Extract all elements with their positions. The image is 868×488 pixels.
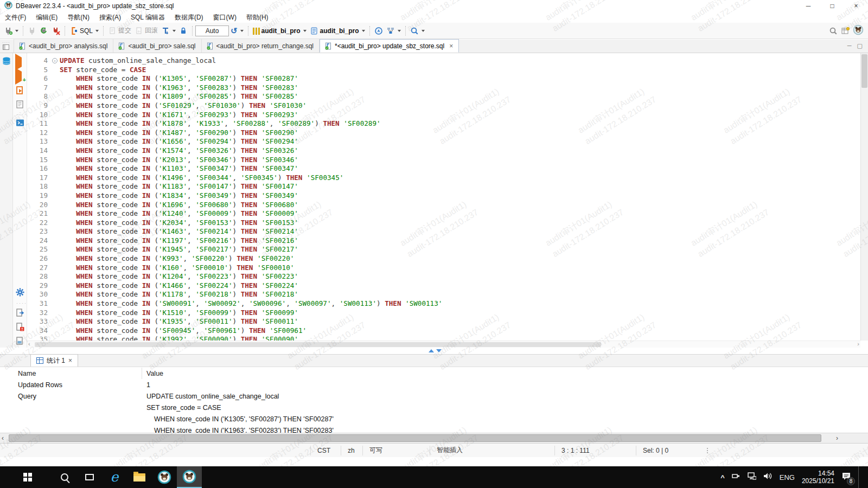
scroll-right-icon[interactable]: ›	[836, 434, 838, 442]
start-button[interactable]	[15, 466, 40, 488]
file-output-icon[interactable]	[15, 336, 25, 346]
code-line[interactable]: 33 WHEN store_code IN ('K1935', 'SF00011…	[27, 317, 860, 326]
code-editor[interactable]: 4-UPDATE custom_online_sale_change_local…	[27, 53, 860, 341]
editor-results-sash[interactable]	[0, 348, 868, 354]
fold-gutter[interactable]: -	[52, 56, 60, 66]
taskbar-ie-button[interactable]: e	[102, 466, 127, 488]
code-line[interactable]: 26 WHEN store_code IN ('K993', 'SF00220'…	[27, 254, 860, 264]
editor-horizontal-scrollbar[interactable]: ‹ ›	[27, 341, 860, 348]
code-line[interactable]: 10 WHEN store_code IN ('K1671', 'SF00293…	[27, 111, 860, 120]
editor-tab[interactable]: <audit_bi_pro> analysis.sql	[14, 39, 113, 53]
tab-close-icon[interactable]: ×	[449, 42, 453, 50]
column-header-name[interactable]: Name	[0, 368, 142, 379]
rollback-button[interactable]: 回滚	[133, 24, 159, 37]
sql-search-button[interactable]	[409, 24, 426, 37]
code-line[interactable]: 12 WHEN store_code IN ('K1487', 'SF00290…	[27, 129, 860, 138]
terminal-button[interactable]	[15, 118, 25, 128]
tab-close-icon[interactable]: ×	[68, 357, 72, 364]
stats-row[interactable]: WHEN store_code IN ('K1305', 'SF00287') …	[0, 413, 868, 425]
menu-item[interactable]: 文件(F)	[0, 12, 31, 23]
stats-row[interactable]: QueryUPDATE custom_online_sale_change_lo…	[0, 390, 868, 402]
code-line[interactable]: 5SET store_code = CASE	[27, 66, 860, 75]
menu-item[interactable]: 导航(N)	[62, 12, 94, 23]
scrollbar-thumb[interactable]	[9, 434, 821, 442]
editor-tab[interactable]: *<audit_bi_pro> update_sbz_store.sql×	[320, 39, 459, 53]
settings-gear-icon[interactable]	[15, 287, 25, 297]
close-button[interactable]: ×	[844, 0, 868, 12]
maximize-button[interactable]: □	[820, 0, 844, 12]
stats-row[interactable]: Updated Rows1	[0, 379, 868, 390]
code-line[interactable]: 11 WHEN store_code IN ('K1878', 'K1933',…	[27, 119, 860, 129]
scrollbar-thumb[interactable]	[35, 342, 601, 347]
code-line[interactable]: 30 WHEN store_code IN ('K1178', 'SF00218…	[27, 290, 860, 299]
speaker-icon[interactable]	[763, 472, 773, 482]
disconnect-button[interactable]	[26, 24, 38, 37]
perspective-dbeaver-icon[interactable]	[853, 24, 864, 37]
schema-selector[interactable]: audit_bi_pro	[308, 24, 367, 37]
editor-vertical-scrollbar[interactable]	[860, 53, 868, 341]
code-line[interactable]: 9 WHEN store_code IN ('SF01029', 'SF0103…	[27, 101, 860, 111]
code-line[interactable]: 32 WHEN store_code IN ('K1510', 'SF00099…	[27, 309, 860, 318]
maximize-editor-icon[interactable]: ▢	[857, 42, 863, 49]
restore-panel-icon[interactable]	[3, 44, 9, 50]
reconnect-button[interactable]	[38, 24, 50, 37]
code-line[interactable]: 8 WHEN store_code IN ('K1809', 'SF00285'…	[27, 92, 860, 101]
code-line[interactable]: 15 WHEN store_code IN ('K2013', 'SF00346…	[27, 156, 860, 165]
code-line[interactable]: 7 WHEN store_code IN ('K1963', 'SF00283'…	[27, 84, 860, 93]
code-line[interactable]: 19 WHEN store_code IN ('K1834', 'SF00349…	[27, 191, 860, 201]
menu-item[interactable]: 窗口(W)	[208, 12, 241, 23]
tray-expand-icon[interactable]: ^	[720, 473, 725, 481]
code-line[interactable]: 29 WHEN store_code IN ('K1466', 'SF00224…	[27, 281, 860, 291]
editor-tab[interactable]: <audit_bi_pro> sale.sql	[113, 39, 201, 53]
menu-item[interactable]: 数据库(D)	[170, 12, 208, 23]
scroll-left-icon[interactable]: ‹	[28, 341, 30, 347]
transaction-log-button[interactable]	[159, 24, 177, 37]
stats-row[interactable]: WHEN store_code IN ('K1963', 'SF00283') …	[0, 425, 868, 433]
code-line[interactable]: 18 WHEN store_code IN ('K1183', 'SF00147…	[27, 182, 860, 191]
execute-script-button[interactable]	[15, 86, 25, 95]
code-line[interactable]: 13 WHEN store_code IN ('K1656', 'SF00294…	[27, 137, 860, 146]
network-icon[interactable]	[748, 472, 756, 482]
file-error-icon[interactable]	[15, 322, 25, 332]
notification-center-button[interactable]: 8	[841, 472, 851, 483]
minimize-editor-icon[interactable]: ─	[847, 42, 852, 49]
lock-button[interactable]	[177, 24, 189, 37]
code-line[interactable]: 20 WHEN store_code IN ('K1696', 'SF00680…	[27, 201, 860, 210]
taskbar-explorer-button[interactable]	[127, 466, 152, 488]
taskbar-dbeaver-active-button[interactable]	[177, 466, 202, 488]
execute-new-tab-button[interactable]: +	[15, 72, 25, 81]
disconnect-all-button[interactable]	[50, 24, 62, 37]
code-line[interactable]: 23 WHEN store_code IN ('K1463', 'SF00214…	[27, 227, 860, 236]
execute-statement-button[interactable]	[15, 57, 25, 67]
explain-plan-button[interactable]	[15, 100, 25, 110]
scroll-right-icon[interactable]: ›	[857, 341, 859, 347]
code-line[interactable]: 14 WHEN store_code IN ('K1574', 'SF00326…	[27, 146, 860, 156]
open-view-icon[interactable]	[841, 27, 850, 35]
status-menu-icon[interactable]	[702, 448, 713, 453]
column-header-value[interactable]: Value	[142, 370, 163, 377]
code-line[interactable]: 25 WHEN store_code IN ('K1945', 'SF00217…	[27, 245, 860, 254]
menu-item[interactable]: 帮助(H)	[241, 12, 273, 23]
taskbar-dbeaver-button[interactable]	[152, 466, 177, 488]
menu-item[interactable]: 编辑(E)	[31, 12, 62, 23]
connect-button[interactable]	[2, 24, 20, 37]
sash-up-icon[interactable]	[429, 349, 434, 352]
code-line[interactable]: 4-UPDATE custom_online_sale_change_local	[27, 56, 860, 66]
task-view-button[interactable]	[77, 466, 102, 488]
code-line[interactable]: 35 WHEN store_code IN ('K1992', 'SF00090…	[27, 335, 860, 341]
navigate-button[interactable]	[373, 24, 385, 37]
scroll-left-icon[interactable]: ‹	[2, 434, 4, 442]
connection-selector[interactable]: audit_bi_pro	[251, 24, 308, 37]
code-line[interactable]: 27 WHEN store_code IN ('K160', 'SF00010'…	[27, 264, 860, 273]
menu-item[interactable]: 搜索(A)	[94, 12, 126, 23]
commit-mode-select[interactable]: Auto	[195, 25, 229, 36]
editor-tab[interactable]: <audit_bi_pro> return_change.sql	[202, 39, 320, 53]
scrollbar-thumb[interactable]	[861, 54, 867, 88]
code-line[interactable]: 17 WHEN store_code IN ('K1496', 'SF00344…	[27, 174, 860, 183]
commit-button[interactable]: 提交	[106, 24, 133, 37]
taskbar-search-button[interactable]	[52, 466, 77, 488]
database-navigator-icon[interactable]	[2, 56, 11, 66]
sql-editor-button[interactable]: SQL	[68, 24, 100, 37]
stats-row[interactable]: SET store_code = CASE	[0, 402, 868, 413]
code-line[interactable]: 31 WHEN store_code IN ('SW00091', 'SW000…	[27, 299, 860, 309]
